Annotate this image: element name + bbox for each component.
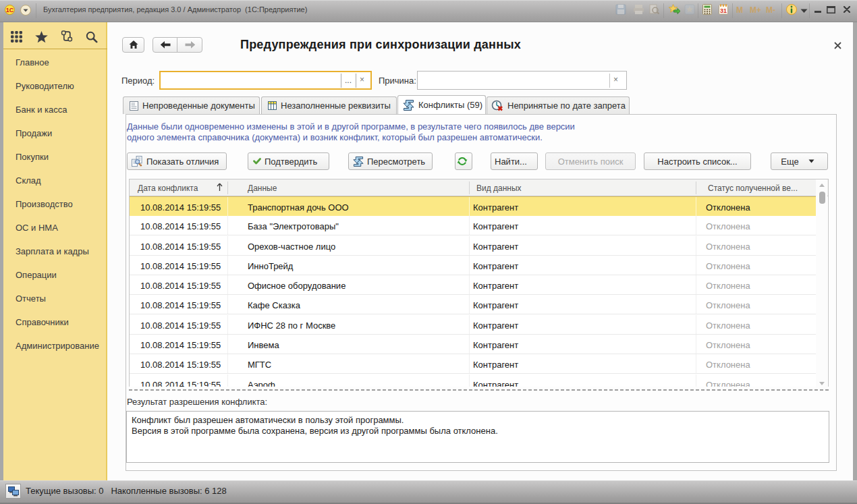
svg-text:1С: 1С [6, 7, 14, 13]
svg-text:31: 31 [720, 7, 727, 14]
